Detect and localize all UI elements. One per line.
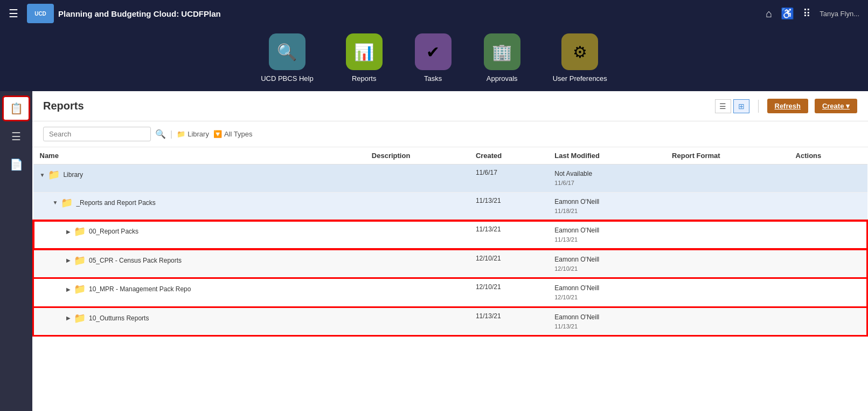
expand-triangle[interactable]: ▼ <box>53 200 58 206</box>
search-input[interactable] <box>43 127 151 141</box>
row-actions <box>789 307 867 336</box>
ucd-pbcs-help-label: UCD PBCS Help <box>261 74 314 83</box>
sidebar-detail-icon: 📄 <box>10 158 23 171</box>
col-report-format: Report Format <box>665 147 789 165</box>
expand-triangle[interactable]: ▶ <box>66 229 71 235</box>
row-name-cell: ▶ 📁 10_MPR - Management Pack Repo <box>33 278 365 307</box>
row-last-modified: Not Available 11/6/17 <box>548 165 665 193</box>
sidebar-item-detail[interactable]: 📄 <box>2 152 30 177</box>
user-preferences-icon-box: ⚙ <box>561 33 598 70</box>
row-created: 11/13/21 <box>469 307 548 336</box>
row-last-modified: Eamonn O'Neill 12/10/21 <box>548 249 665 278</box>
create-button[interactable]: Create ▾ <box>815 99 857 113</box>
row-name: 00_Report Packs <box>89 228 138 235</box>
nav-tasks[interactable]: ✔ Tasks <box>415 33 452 83</box>
row-report-format <box>665 278 789 307</box>
nav-ucd-pbcs-help[interactable]: 🔍 UCD PBCS Help <box>261 33 314 83</box>
expand-triangle[interactable]: ▶ <box>66 315 71 321</box>
row-last-modified: Eamonn O'Neill 11/13/21 <box>548 221 665 250</box>
sidebar: 📋 ☰ 📄 <box>0 91 32 411</box>
nav-approvals[interactable]: 🏢 Approvals <box>484 33 520 83</box>
row-report-format <box>665 307 789 336</box>
grid-view-button[interactable]: ⊞ <box>733 99 749 113</box>
row-name-cell: ▶ 📁 10_Outturns Reports <box>33 307 365 336</box>
nav-user-preferences[interactable]: ⚙ User Preferences <box>553 33 607 83</box>
all-types-label: All Types <box>224 130 253 138</box>
row-report-format <box>665 221 789 250</box>
folder-icon: 📁 <box>61 197 73 209</box>
reports-table: Name Description Created Last Modified R… <box>32 147 868 337</box>
folder-icon: 📁 <box>74 283 86 295</box>
filter-separator: | <box>170 129 172 139</box>
row-name-cell: ▶ 📁 05_CPR - Census Pack Reports <box>33 249 365 278</box>
row-created: 11/6/17 <box>469 165 548 193</box>
row-report-format <box>665 165 789 193</box>
hamburger-icon[interactable]: ☰ <box>9 7 18 20</box>
row-description <box>365 278 469 307</box>
col-name: Name <box>33 147 365 165</box>
funnel-icon: 🔽 <box>213 130 222 138</box>
row-description <box>365 249 469 278</box>
row-description <box>365 192 469 221</box>
app-title: Planning and Budgeting Cloud: UCDFPlan <box>58 9 221 18</box>
row-created: 12/10/21 <box>469 278 548 307</box>
content-area: Reports ☰ ⊞ Refresh Create ▾ 🔍 | 📁 Libra… <box>32 91 868 411</box>
row-actions <box>789 221 867 250</box>
library-filter[interactable]: 📁 Library <box>177 130 209 138</box>
row-name: 10_Outturns Reports <box>89 314 149 322</box>
search-bar: 🔍 | 📁 Library 🔽 All Types <box>32 121 868 147</box>
expand-triangle[interactable]: ▶ <box>66 257 71 263</box>
accessibility-icon[interactable]: ♿ <box>781 7 794 20</box>
sidebar-item-reports[interactable]: 📋 <box>2 95 30 121</box>
row-report-format <box>665 192 789 221</box>
expand-triangle[interactable]: ▶ <box>66 286 71 292</box>
refresh-button[interactable]: Refresh <box>767 99 808 113</box>
row-name: 05_CPR - Census Pack Reports <box>89 257 182 264</box>
row-created: 11/13/21 <box>469 192 548 221</box>
apps-icon[interactable]: ⠿ <box>803 7 811 20</box>
all-types-filter[interactable]: 🔽 All Types <box>213 130 253 138</box>
folder-icon: 📁 <box>48 169 60 181</box>
table-row: ▼ 📁 _Reports and Report Packs 11/13/21 E… <box>33 192 867 221</box>
search-icon[interactable]: 🔍 <box>155 129 166 139</box>
approvals-nav-label: Approvals <box>487 74 518 83</box>
library-filter-label: Library <box>188 130 209 138</box>
sidebar-list-icon: ☰ <box>11 130 21 143</box>
row-name-cell: ▼ 📁 Library <box>33 165 365 193</box>
row-name: 10_MPR - Management Pack Repo <box>89 285 191 293</box>
top-bar-right: ⌂ ♿ ⠿ Tanya Flyn... <box>766 7 859 20</box>
col-actions: Actions <box>789 147 867 165</box>
sidebar-reports-icon: 📋 <box>10 102 23 115</box>
row-actions <box>789 249 867 278</box>
table-row: ▶ 📁 10_Outturns Reports 11/13/21 Eamonn … <box>33 307 867 336</box>
reports-nav-label: Reports <box>352 74 377 83</box>
list-view-button[interactable]: ☰ <box>715 99 731 113</box>
folder-icon: 📁 <box>74 255 86 266</box>
nav-reports[interactable]: 📊 Reports <box>346 33 383 83</box>
folder-icon: 📁 <box>74 225 86 237</box>
row-last-modified: Eamonn O'Neill 11/18/21 <box>548 192 665 221</box>
approvals-icon-box: 🏢 <box>484 33 520 70</box>
row-actions <box>789 192 867 221</box>
view-toggle: ☰ ⊞ <box>715 99 749 113</box>
toolbar-divider <box>758 100 759 113</box>
user-preferences-nav-label: User Preferences <box>553 74 607 83</box>
table-row: ▶ 📁 05_CPR - Census Pack Reports 12/10/2… <box>33 249 867 278</box>
row-created: 12/10/21 <box>469 249 548 278</box>
sidebar-item-list[interactable]: ☰ <box>2 124 30 149</box>
row-name-cell: ▶ 📁 00_Report Packs <box>33 221 365 250</box>
logo-area: UCD Planning and Budgeting Cloud: UCDFPl… <box>27 4 221 23</box>
table-header-row: Name Description Created Last Modified R… <box>33 147 867 165</box>
row-actions <box>789 165 867 193</box>
page-title: Reports <box>43 100 709 112</box>
row-actions <box>789 278 867 307</box>
row-description <box>365 307 469 336</box>
row-created: 11/13/21 <box>469 221 548 250</box>
table-row: ▼ 📁 Library 11/6/17 Not Available 11/6/1… <box>33 165 867 193</box>
home-icon[interactable]: ⌂ <box>766 8 772 20</box>
row-report-format <box>665 249 789 278</box>
user-name[interactable]: Tanya Flyn... <box>820 10 859 18</box>
expand-triangle[interactable]: ▼ <box>40 172 45 178</box>
col-description: Description <box>365 147 469 165</box>
row-description <box>365 221 469 250</box>
